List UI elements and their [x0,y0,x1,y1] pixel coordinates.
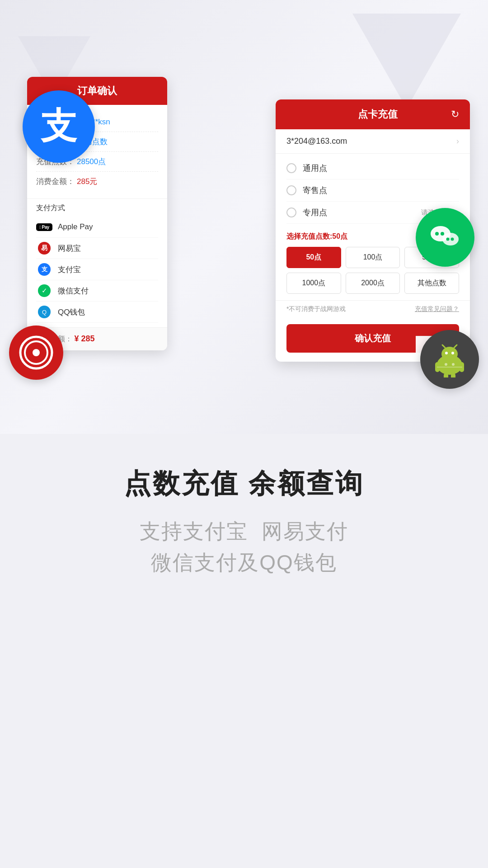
alipay-logo-char: 支 [41,102,77,151]
point-count-prefix: 选择充值点数: [286,232,332,240]
radio-general [286,163,296,173]
payment-apple-pay[interactable]:  Pay Apple Pay [36,217,158,238]
svg-point-4 [446,238,450,241]
svg-point-14 [33,349,40,356]
svg-point-1 [442,233,459,245]
alipay-icon-wrap: 支 [36,264,52,275]
qq-pay-icon: Q [38,306,51,318]
disclaimer-row: *不可消费于战网游戏 充值常见问题？ [276,301,470,318]
points-value: 28500点 [77,156,106,167]
wangyi-label: 网易宝 [58,243,81,254]
point-btn-other[interactable]: 其他点数 [404,273,459,294]
svg-rect-23 [444,373,448,377]
sub-title: 支持支付宝 网易支付 微信支付及QQ钱包 [27,516,461,578]
payment-qq[interactable]: Q QQ钱包 [36,302,158,323]
point-type-general[interactable]: 通用点 [286,157,459,179]
svg-point-26 [445,363,447,366]
android-floating-logo [420,330,479,389]
screenshots-area: 支 订单确认 充值帐号： Gto***ksn 充值类型： 通用点数 充值点数： … [0,0,488,443]
svg-point-5 [451,238,454,241]
svg-point-18 [451,352,454,354]
amount-label: 消费金额： [36,176,77,187]
bottom-section: 点数充值 余额查询 支持支付宝 网易支付 微信支付及QQ钱包 [0,443,488,614]
amount-row: 消费金额： 285元 [36,172,158,191]
svg-point-16 [441,347,458,361]
wechat-label: 微信支付 [58,286,89,296]
alipay-label: 支付宝 [58,264,81,275]
wechat-icon-wrap: ✓ [36,285,52,297]
payment-title: 支付方式 [36,203,158,213]
android-logo-svg [432,341,468,377]
refresh-button[interactable]: ↻ [451,108,459,120]
wechat-logo [416,208,474,267]
apple-pay-badge:  Pay [36,223,52,231]
point-recharge-title: 点卡充值 [305,108,451,121]
point-btn-100[interactable]: 100点 [346,247,400,268]
point-type-consignment-label: 寄售点 [303,185,327,196]
point-btn-2000[interactable]: 2000点 [346,273,400,294]
wangyi-icon-wrap: 易 [36,242,52,254]
amount-value: 285元 [77,176,97,187]
svg-point-2 [435,232,439,236]
point-type-special-label: 专用点 [303,207,327,218]
qq-icon-wrap: Q [36,306,52,318]
svg-point-3 [441,232,444,236]
payment-wechat[interactable]: ✓ 微信支付 [36,280,158,302]
radio-consignment [286,185,296,195]
radio-special [286,208,296,217]
point-type-consignment[interactable]: 寄售点 [286,179,459,202]
email-row[interactable]: 3*204@163.com › [276,129,470,154]
email-display: 3*204@163.com [286,137,347,146]
apple-pay-icon-wrap:  Pay [36,221,52,233]
svg-point-27 [452,363,455,366]
wangyi-logo-svg [18,335,54,371]
svg-rect-24 [451,373,455,377]
footer-amount: ¥ 285 [74,334,94,343]
point-count-selected: 50点 [332,232,347,240]
chevron-right-icon: › [456,137,459,146]
apple-pay-label: Apple Pay [58,222,93,231]
sub-title-line1: 支持支付宝 网易支付 [140,519,348,543]
payment-wangyi[interactable]: 易 网易宝 [36,238,158,259]
svg-line-20 [454,345,457,348]
svg-point-17 [445,352,448,354]
wechat-logo-icon [427,219,463,255]
point-btn-50[interactable]: 50点 [286,247,341,268]
svg-line-19 [442,345,445,348]
wangyi-floating-logo [9,326,63,380]
disclaimer-text: *不可消费于战网游戏 [286,305,346,313]
point-btn-1000[interactable]: 1000点 [286,273,341,294]
point-recharge-header: 点卡充值 ↻ [276,99,470,129]
alipay-pay-icon: 支 [38,263,51,276]
wechat-pay-icon: ✓ [38,284,51,297]
qq-label: QQ钱包 [58,307,85,317]
sub-title-line2: 微信支付及QQ钱包 [151,551,337,574]
payment-section: 支付方式  Pay Apple Pay 易 网易宝 支 支付宝 [27,198,167,327]
payment-alipay[interactable]: 支 支付宝 [36,259,158,280]
wangyi-pay-icon: 易 [38,242,51,255]
main-title: 点数充值 余额查询 [27,466,461,502]
point-type-general-label: 通用点 [303,163,327,174]
faq-link[interactable]: 充值常见问题？ [415,305,459,313]
alipay-logo: 支 [23,90,95,163]
